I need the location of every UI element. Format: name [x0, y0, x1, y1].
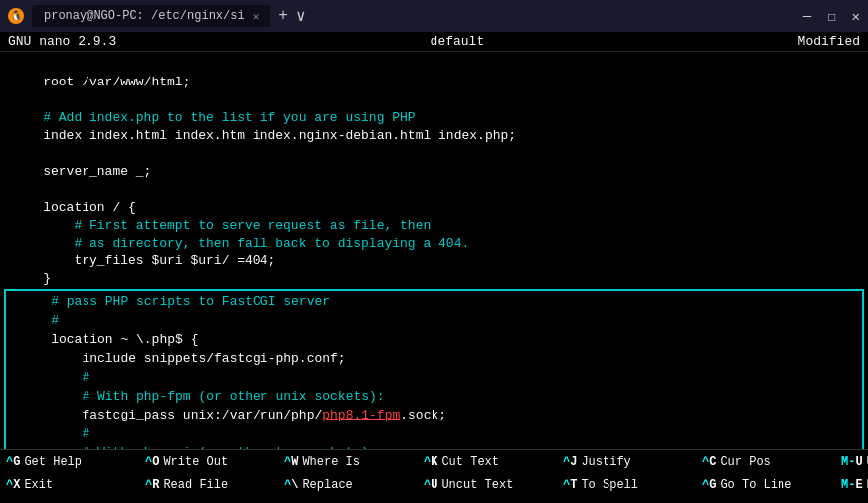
- tab-dropdown-button[interactable]: ∨: [296, 6, 306, 26]
- shortcut-where-is: ^W Where Is: [278, 450, 418, 474]
- shortcut-row-2: ^X Exit ^R Read File ^\ Replace ^U Uncut…: [0, 474, 868, 498]
- hl-line: #: [12, 424, 856, 443]
- editor-line: # Add index.php to the list if you are u…: [0, 109, 868, 127]
- editor-line: }: [0, 270, 868, 288]
- terminal-icon: 🐧: [8, 8, 24, 24]
- hl-line: #: [12, 368, 856, 387]
- editor-line: # as directory, then fall back to displa…: [0, 235, 868, 252]
- shortcut-read-file: ^R Read File: [139, 474, 278, 498]
- editor-line: [0, 56, 868, 74]
- editor-line: server_name _;: [0, 163, 868, 181]
- hl-line: include snippets/fastcgi-php.conf;: [12, 349, 856, 368]
- shortcut-go-to-line: ^G Go To Line: [696, 474, 835, 498]
- editor-line: try_files $uri $uri/ =404;: [0, 252, 868, 270]
- editor-line: [0, 91, 868, 109]
- editor-line: # First attempt to serve request as file…: [0, 217, 868, 235]
- hl-line: # pass PHP scripts to FastCGI server: [12, 292, 856, 311]
- editor-line: location / {: [0, 199, 868, 217]
- editor-line: root /var/www/html;: [0, 74, 868, 91]
- highlighted-block: # pass PHP scripts to FastCGI server # l…: [4, 289, 864, 449]
- tab-item[interactable]: pronay@NGO-PC: /etc/nginx/si ✕: [32, 5, 270, 27]
- nano-version: GNU nano 2.9.3: [8, 34, 116, 49]
- statusbar-top: GNU nano 2.9.3 default Modified: [0, 32, 868, 52]
- modified-status: Modified: [798, 34, 860, 49]
- shortcut-exit: ^X Exit: [0, 474, 139, 498]
- shortcut-undo: M-U Undo: [835, 450, 868, 474]
- minimize-button[interactable]: —: [803, 8, 811, 24]
- window-controls: — ☐ ✕: [803, 8, 860, 25]
- close-tab-button[interactable]: ✕: [253, 10, 260, 23]
- shortcut-get-help: ^G Get Help: [0, 450, 139, 474]
- shortcut-redo: M-E Redo: [835, 474, 868, 498]
- editor-area[interactable]: root /var/www/html; # Add index.php to t…: [0, 52, 868, 449]
- hl-line: #: [12, 311, 856, 330]
- tab-title: pronay@NGO-PC: /etc/nginx/si: [44, 9, 245, 23]
- shortcut-cur-pos: ^C Cur Pos: [696, 450, 835, 474]
- titlebar: 🐧 pronay@NGO-PC: /etc/nginx/si ✕ + ∨ — ☐…: [0, 0, 868, 32]
- close-window-button[interactable]: ✕: [852, 8, 860, 25]
- shortcut-justify: ^J Justify: [557, 450, 696, 474]
- shortcut-cut-text: ^K Cut Text: [418, 450, 557, 474]
- shortcut-replace: ^\ Replace: [278, 474, 418, 498]
- shortcuts-bar: ^G Get Help ^O Write Out ^W Where Is ^K …: [0, 449, 868, 497]
- editor-line: [0, 145, 868, 163]
- maximize-button[interactable]: ☐: [827, 8, 835, 25]
- editor-line: [0, 181, 868, 199]
- add-tab-button[interactable]: +: [278, 7, 288, 25]
- hl-line: fastcgi_pass unix:/var/run/php/php8.1-fp…: [12, 406, 856, 424]
- shortcut-uncut-text: ^U Uncut Text: [418, 474, 557, 498]
- editor-line: index index.html index.htm index.nginx-d…: [0, 127, 868, 145]
- shortcut-to-spell: ^T To Spell: [557, 474, 696, 498]
- hl-line: # With php-cgi (or other tcp sockets):: [12, 443, 856, 449]
- shortcut-write-out: ^O Write Out: [139, 450, 278, 474]
- hl-line: location ~ \.php$ {: [12, 330, 856, 349]
- filename: default: [431, 34, 485, 49]
- shortcut-row-1: ^G Get Help ^O Write Out ^W Where Is ^K …: [0, 450, 868, 474]
- hl-line: # With php-fpm (or other unix sockets):: [12, 387, 856, 406]
